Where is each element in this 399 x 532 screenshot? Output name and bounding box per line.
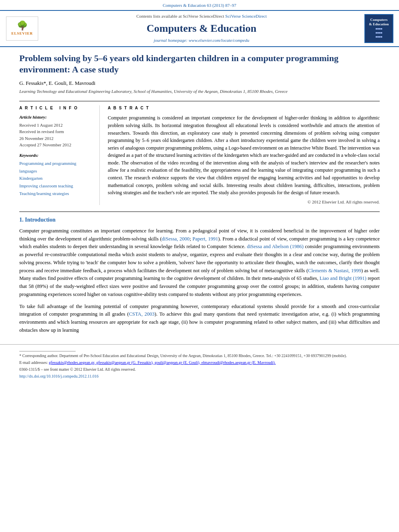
page-footer: * Corresponding author. Department of Pr… — [0, 344, 399, 382]
homepage-url[interactable]: www.elsevier.com/locate/compedu — [189, 38, 249, 43]
intro-heading: 1. Introduction — [19, 216, 380, 224]
introduction-section: 1. Introduction Computer programming con… — [19, 216, 380, 334]
keyword-3[interactable]: Improving classroom teaching — [19, 182, 94, 190]
ref-csta-2003[interactable]: CSTA, 2003 — [129, 311, 154, 317]
right-column: A B S T R A C T Computer programming is … — [108, 105, 380, 205]
ref-disessa-abelson-1986[interactable]: diSessa and Abelson (1986) — [247, 244, 304, 249]
ref-liao-bright-1991[interactable]: Liao and Bright (1991) — [320, 275, 366, 281]
keywords-section: Keywords: Programming and programming la… — [19, 152, 94, 197]
received-date: Received 1 August 2012 — [19, 122, 94, 129]
divider-mid — [19, 212, 380, 212]
right-logo-title: Computers& Education — [369, 18, 389, 27]
history-heading: Article history: — [19, 114, 94, 120]
intro-paragraph-2: To take full advantage of the learning p… — [19, 303, 380, 335]
divider-top — [19, 101, 380, 101]
homepage-line: journal homepage: www.elsevier.com/locat… — [40, 37, 363, 43]
footnote-divider — [19, 351, 76, 351]
ref-papert-1991[interactable]: Papert, 1991 — [193, 236, 218, 242]
journal-right-logo-box: Computers& Education ■■■■■■■■■■■■ — [364, 14, 393, 43]
elsevier-logo: 🌳 ELSEVIER — [4, 16, 40, 41]
journal-citation: Computers & Education 63 (2013) 87–97 — [0, 0, 399, 11]
doi-link[interactable]: http://dx.doi.org/10.1016/j.compedu.2012… — [19, 374, 99, 378]
journal-header: 🌳 ELSEVIER Contents lists available at S… — [0, 11, 399, 47]
right-logo-subtitle: ■■■■■■■■■■■■ — [376, 27, 383, 39]
authors: G. Fessakis*, E. Gouli, E. Mavroudi — [19, 80, 380, 87]
keyword-1[interactable]: Programming and programming languages — [19, 160, 94, 175]
article-title: Problem solving by 5–6 years old kinderg… — [19, 53, 380, 76]
issn-line: 0360-1315/$ – see front matter © 2012 El… — [19, 367, 380, 372]
keywords-heading: Keywords: — [19, 152, 94, 158]
article-columns: A R T I C L E I N F O Article history: R… — [19, 105, 380, 205]
email-links[interactable]: gfessakis@rhodes.aegean.gr, gfessakis@ae… — [49, 360, 276, 365]
ref-disessa-2000[interactable]: diSessa, 2000 — [162, 236, 189, 242]
received-revised-label: Received in revised form — [19, 128, 94, 135]
copyright: © 2012 Elsevier Ltd. All rights reserved… — [108, 199, 380, 205]
keywords-list: Programming and programming languages Ki… — [19, 160, 94, 197]
sciverse-link[interactable]: SciVerse ScienceDirect — [225, 14, 267, 18]
journal-right-logo-container: Computers& Education ■■■■■■■■■■■■ — [363, 14, 395, 43]
abstract-label: A B S T R A C T — [108, 105, 380, 111]
intro-paragraph-1: Computer programming constitutes an impo… — [19, 227, 380, 299]
corresponding-author-note: * Corresponding author. Department of Pr… — [19, 353, 380, 359]
ref-clements-nastasi-1999[interactable]: Clements & Nastasi, 1999 — [308, 268, 361, 273]
revised-date: 26 November 2012 — [19, 135, 94, 142]
elsevier-name: ELSEVIER — [11, 31, 33, 36]
contents-line: Contents lists available at SciVerse Sci… — [40, 13, 363, 19]
elsevier-logo-box: 🌳 ELSEVIER — [6, 16, 38, 41]
main-content: Problem solving by 5–6 years old kinderg… — [0, 47, 399, 344]
article-info-label: A R T I C L E I N F O — [19, 105, 94, 111]
keyword-4[interactable]: Teaching/learning strategies — [19, 190, 94, 197]
abstract-text: Computer programming is considered an im… — [108, 114, 380, 197]
journal-center: Contents lists available at SciVerse Sci… — [40, 13, 363, 43]
tree-icon: 🌳 — [17, 21, 28, 30]
affiliation: Learning Technology and Educational Engi… — [19, 88, 380, 94]
journal-title: Computers & Education — [40, 21, 363, 36]
accepted-date: Accepted 27 November 2012 — [19, 142, 94, 148]
left-column: A R T I C L E I N F O Article history: R… — [19, 105, 100, 205]
keyword-2[interactable]: Kindergarten — [19, 175, 94, 182]
article-history: Article history: Received 1 August 2012 … — [19, 114, 94, 148]
email-addresses: E-mail addresses: gfessakis@rhodes.aegea… — [19, 360, 380, 366]
